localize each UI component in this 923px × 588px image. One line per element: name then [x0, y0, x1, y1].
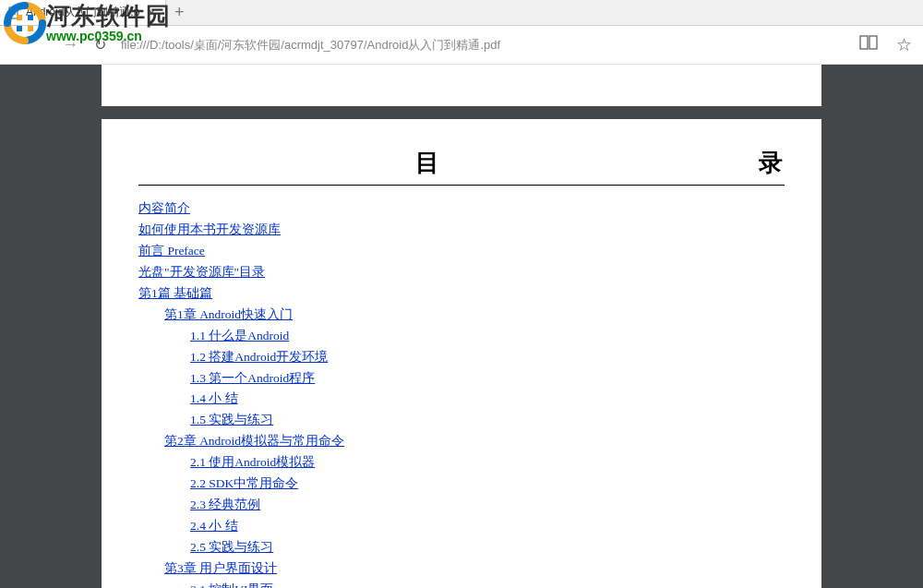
svg-rect-0: [9, 7, 18, 18]
toc-item: 2.5 实践与练习: [138, 537, 785, 558]
toc-item: 1.4 小 结: [138, 389, 785, 410]
toc-item: 2.3 经典范例: [138, 495, 785, 516]
toc-item: 如何使用本书开发资源库: [138, 220, 785, 241]
svg-rect-5: [869, 36, 877, 49]
url-text[interactable]: file:///D:/tools/桌面/河东软件园/acrmdjt_30797/…: [121, 37, 844, 54]
toc-item: 1.5 实践与练习: [138, 410, 785, 431]
tab-title: Android从入门到精通.p: [26, 5, 139, 20]
new-tab-button[interactable]: +: [166, 3, 192, 22]
heading-left: 目: [415, 147, 439, 179]
page-title: 目 录: [138, 147, 785, 186]
file-icon: [7, 6, 20, 19]
toc-link[interactable]: 光盘"开发资源库"目录: [138, 265, 265, 279]
toc-item: 1.2 搭建Android开发环境: [138, 347, 785, 368]
toc-item: 第3章 用户界面设计: [138, 558, 785, 580]
address-bar: ← → ↻ file:///D:/tools/桌面/河东软件园/acrmdjt_…: [0, 26, 923, 65]
toc-link[interactable]: 1.1 什么是Android: [190, 329, 289, 342]
toc-link[interactable]: 前言 Preface: [138, 244, 205, 258]
toc-item: 3.1 控制UI界面: [138, 580, 785, 588]
toc-link[interactable]: 内容简介: [138, 201, 190, 215]
toc-link[interactable]: 第2章 Android模拟器与常用命令: [164, 434, 344, 448]
toc-link[interactable]: 第1篇 基础篇: [138, 286, 212, 300]
toc-item: 1.1 什么是Android: [138, 326, 785, 347]
toc-item: 内容简介: [138, 198, 785, 220]
toc-link[interactable]: 1.4 小 结: [190, 391, 238, 405]
toc-item: 第1篇 基础篇: [138, 283, 785, 305]
pdf-page-prev-tail: [102, 65, 821, 106]
toc-item: 2.1 使用Android模拟器: [138, 452, 785, 474]
pdf-viewer: 目 录 内容简介如何使用本书开发资源库前言 Preface光盘"开发资源库"目录…: [0, 65, 923, 588]
heading-right: 录: [759, 147, 783, 179]
toc-link[interactable]: 1.5 实践与练习: [190, 413, 273, 426]
close-icon[interactable]: ×: [145, 6, 158, 19]
tab-bar: Android从入门到精通.p × +: [0, 0, 923, 26]
pdf-page: 目 录 内容简介如何使用本书开发资源库前言 Preface光盘"开发资源库"目录…: [102, 119, 821, 588]
toc-link[interactable]: 1.3 第一个Android程序: [190, 371, 315, 385]
toc-link[interactable]: 如何使用本书开发资源库: [138, 222, 281, 236]
toc-link[interactable]: 2.5 实践与练习: [190, 540, 273, 554]
tab-item[interactable]: Android从入门到精通.p ×: [0, 0, 166, 25]
favorite-icon[interactable]: ☆: [893, 34, 914, 55]
toc-item: 1.3 第一个Android程序: [138, 368, 785, 390]
toc-link[interactable]: 2.3 经典范例: [190, 498, 260, 511]
toc-link[interactable]: 2.2 SDK中常用命令: [190, 476, 298, 490]
svg-rect-4: [860, 36, 868, 49]
toc-item: 光盘"开发资源库"目录: [138, 262, 785, 283]
reading-view-icon[interactable]: [858, 34, 879, 55]
forward-button[interactable]: →: [61, 35, 79, 54]
toc-link[interactable]: 第1章 Android快速入门: [164, 307, 293, 321]
toc-list: 内容简介如何使用本书开发资源库前言 Preface光盘"开发资源库"目录第1篇 …: [138, 198, 785, 588]
refresh-icon[interactable]: ↻: [94, 36, 106, 54]
toc-item: 第2章 Android模拟器与常用命令: [138, 431, 785, 452]
toc-link[interactable]: 3.1 控制UI界面: [190, 582, 274, 588]
toc-link[interactable]: 2.4 小 结: [190, 519, 238, 533]
toc-link[interactable]: 2.1 使用Android模拟器: [190, 455, 315, 469]
toc-item: 2.2 SDK中常用命令: [138, 474, 785, 495]
toc-link[interactable]: 1.2 搭建Android开发环境: [190, 350, 328, 364]
toc-item: 2.4 小 结: [138, 516, 785, 537]
toc-link[interactable]: 第3章 用户界面设计: [164, 561, 277, 575]
toc-item: 第1章 Android快速入门: [138, 305, 785, 326]
toc-item: 前言 Preface: [138, 241, 785, 262]
